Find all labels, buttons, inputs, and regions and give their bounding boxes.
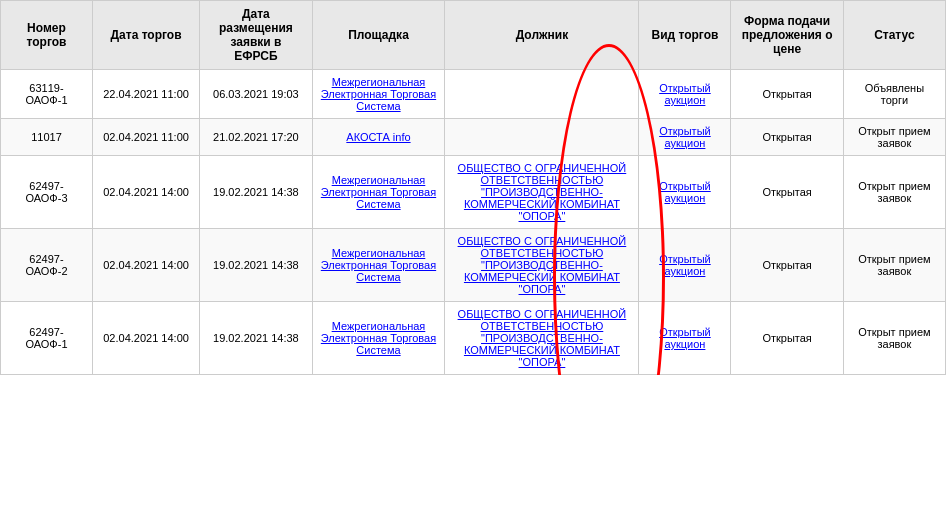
auction-table-container: Номер торгов Дата торгов Дата размещения…: [0, 0, 946, 375]
type-link[interactable]: Открытый аукцион: [659, 180, 711, 204]
col-header-form: Форма подачи предложения о цене: [731, 1, 843, 70]
cell-num: 63119-ОАОФ-1: [1, 70, 93, 119]
type-link[interactable]: Открытый аукцион: [659, 253, 711, 277]
debtor-link[interactable]: ОБЩЕСТВО С ОГРАНИЧЕННОЙ ОТВЕТСТВЕННОСТЬЮ…: [458, 308, 627, 368]
cell-num: 11017: [1, 119, 93, 156]
cell-platform[interactable]: АКОСТА info: [312, 119, 445, 156]
cell-type[interactable]: Открытый аукцион: [639, 229, 731, 302]
table-row: 62497-ОАОФ-202.04.2021 14:0019.02.2021 1…: [1, 229, 946, 302]
cell-efrsb: 19.02.2021 14:38: [200, 156, 312, 229]
cell-status: Открыт прием заявок: [843, 156, 945, 229]
cell-platform[interactable]: Межрегиональная Электронная Торговая Сис…: [312, 156, 445, 229]
col-header-efrsb: Дата размещения заявки в ЕФРСБ: [200, 1, 312, 70]
cell-form: Открытая: [731, 119, 843, 156]
cell-debtor: [445, 119, 639, 156]
cell-platform[interactable]: Межрегиональная Электронная Торговая Сис…: [312, 229, 445, 302]
debtor-link[interactable]: ОБЩЕСТВО С ОГРАНИЧЕННОЙ ОТВЕТСТВЕННОСТЬЮ…: [458, 235, 627, 295]
col-header-status: Статус: [843, 1, 945, 70]
platform-link[interactable]: АКОСТА info: [346, 131, 410, 143]
cell-platform[interactable]: Межрегиональная Электронная Торговая Сис…: [312, 70, 445, 119]
col-header-debtor: Должник: [445, 1, 639, 70]
cell-type[interactable]: Открытый аукцион: [639, 156, 731, 229]
cell-form: Открытая: [731, 302, 843, 375]
cell-num: 62497-ОАОФ-3: [1, 156, 93, 229]
cell-debtor[interactable]: ОБЩЕСТВО С ОГРАНИЧЕННОЙ ОТВЕТСТВЕННОСТЬЮ…: [445, 302, 639, 375]
cell-date: 22.04.2021 11:00: [92, 70, 199, 119]
cell-efrsb: 19.02.2021 14:38: [200, 229, 312, 302]
table-row: 62497-ОАОФ-102.04.2021 14:0019.02.2021 1…: [1, 302, 946, 375]
col-header-date: Дата торгов: [92, 1, 199, 70]
cell-platform[interactable]: Межрегиональная Электронная Торговая Сис…: [312, 302, 445, 375]
cell-status: Объявлены торги: [843, 70, 945, 119]
cell-form: Открытая: [731, 156, 843, 229]
platform-link[interactable]: Межрегиональная Электронная Торговая Сис…: [321, 174, 436, 210]
col-header-platform: Площадка: [312, 1, 445, 70]
debtor-link[interactable]: ОБЩЕСТВО С ОГРАНИЧЕННОЙ ОТВЕТСТВЕННОСТЬЮ…: [458, 162, 627, 222]
type-link[interactable]: Открытый аукцион: [659, 125, 711, 149]
col-header-num: Номер торгов: [1, 1, 93, 70]
cell-efrsb: 06.03.2021 19:03: [200, 70, 312, 119]
cell-num: 62497-ОАОФ-1: [1, 302, 93, 375]
cell-efrsb: 19.02.2021 14:38: [200, 302, 312, 375]
cell-debtor[interactable]: ОБЩЕСТВО С ОГРАНИЧЕННОЙ ОТВЕТСТВЕННОСТЬЮ…: [445, 156, 639, 229]
auction-table: Номер торгов Дата торгов Дата размещения…: [0, 0, 946, 375]
cell-type[interactable]: Открытый аукцион: [639, 70, 731, 119]
table-row: 62497-ОАОФ-302.04.2021 14:0019.02.2021 1…: [1, 156, 946, 229]
cell-form: Открытая: [731, 229, 843, 302]
type-link[interactable]: Открытый аукцион: [659, 326, 711, 350]
table-row: 1101702.04.2021 11:0021.02.2021 17:20АКО…: [1, 119, 946, 156]
cell-date: 02.04.2021 14:00: [92, 156, 199, 229]
table-row: 63119-ОАОФ-122.04.2021 11:0006.03.2021 1…: [1, 70, 946, 119]
cell-status: Открыт прием заявок: [843, 302, 945, 375]
cell-num: 62497-ОАОФ-2: [1, 229, 93, 302]
cell-status: Открыт прием заявок: [843, 229, 945, 302]
cell-debtor: [445, 70, 639, 119]
cell-type[interactable]: Открытый аукцион: [639, 119, 731, 156]
cell-date: 02.04.2021 14:00: [92, 229, 199, 302]
cell-date: 02.04.2021 14:00: [92, 302, 199, 375]
cell-form: Открытая: [731, 70, 843, 119]
cell-type[interactable]: Открытый аукцион: [639, 302, 731, 375]
cell-date: 02.04.2021 11:00: [92, 119, 199, 156]
col-header-type: Вид торгов: [639, 1, 731, 70]
type-link[interactable]: Открытый аукцион: [659, 82, 711, 106]
platform-link[interactable]: Межрегиональная Электронная Торговая Сис…: [321, 76, 436, 112]
cell-efrsb: 21.02.2021 17:20: [200, 119, 312, 156]
platform-link[interactable]: Межрегиональная Электронная Торговая Сис…: [321, 247, 436, 283]
platform-link[interactable]: Межрегиональная Электронная Торговая Сис…: [321, 320, 436, 356]
cell-status: Открыт прием заявок: [843, 119, 945, 156]
cell-debtor[interactable]: ОБЩЕСТВО С ОГРАНИЧЕННОЙ ОТВЕТСТВЕННОСТЬЮ…: [445, 229, 639, 302]
